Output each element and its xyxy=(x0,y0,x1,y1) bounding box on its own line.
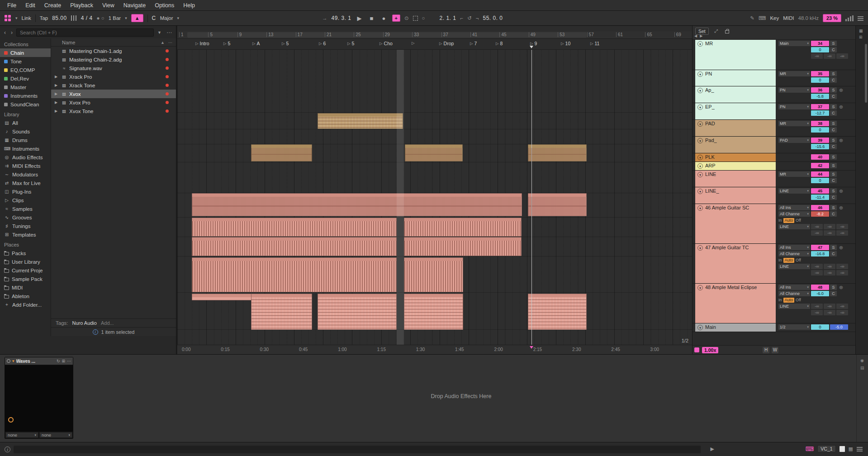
monitor-buttons[interactable]: InAutoOff xyxy=(778,218,810,223)
monitor-auto-button[interactable]: Auto xyxy=(783,258,795,263)
follow-icon[interactable]: → xyxy=(322,15,327,21)
sidebar-item-midi[interactable]: MIDI xyxy=(0,283,51,292)
cue-icon[interactable]: ◎ xyxy=(838,188,844,194)
clip[interactable] xyxy=(404,218,522,237)
send-value[interactable]: -∞ xyxy=(836,224,848,229)
clip[interactable] xyxy=(528,144,587,162)
send-value[interactable]: -∞ xyxy=(811,264,823,269)
track-number[interactable]: 38 xyxy=(811,121,829,126)
clip[interactable] xyxy=(405,144,463,162)
clip-title-bar[interactable] xyxy=(192,218,396,221)
clip-title-bar[interactable] xyxy=(192,294,251,297)
clip[interactable] xyxy=(318,294,397,330)
menu-file[interactable]: File xyxy=(3,1,21,10)
clip[interactable] xyxy=(251,294,312,330)
solo-button[interactable]: S xyxy=(830,285,837,290)
device-view-icon[interactable]: ◉ xyxy=(860,358,864,363)
routing-select[interactable]: MR▾ xyxy=(778,71,810,76)
locator-flag[interactable]: ▷ xyxy=(412,41,416,45)
send-value[interactable]: -∞ xyxy=(836,230,848,236)
track-fold-icon[interactable]: ▾ xyxy=(697,205,703,211)
track-line[interactable]: ▾LINEMR▾44S0C xyxy=(693,171,855,187)
sidebar-item-instruments[interactable]: ⌨Instruments xyxy=(0,144,51,153)
right-scroll-strip[interactable]: ▦ ⊞ xyxy=(855,26,868,354)
clip-title-bar[interactable] xyxy=(404,238,521,241)
locator-flag[interactable]: ▷7 xyxy=(470,41,477,46)
send-value[interactable]: -∞ xyxy=(824,53,835,59)
monitor-auto-button[interactable]: Auto xyxy=(783,298,795,303)
clip-title-bar[interactable] xyxy=(405,145,462,148)
expand-icon[interactable]: ▶ xyxy=(55,75,59,79)
tempo-field[interactable]: 85.00 xyxy=(52,15,67,21)
punch-out-icon[interactable]: ¬ xyxy=(476,15,479,21)
track-number[interactable]: 37 xyxy=(811,104,829,109)
send-value[interactable]: -∞ xyxy=(811,230,823,236)
clip-title-bar[interactable] xyxy=(528,194,586,197)
track-number[interactable]: 46 xyxy=(811,205,829,210)
track-number[interactable]: 40 xyxy=(811,154,829,160)
routing-select[interactable]: MR▾ xyxy=(778,171,810,177)
routing-select[interactable]: LINE▾ xyxy=(778,304,810,309)
clip-title-bar[interactable] xyxy=(318,114,403,117)
track-header[interactable]: ▾ARP xyxy=(695,162,776,170)
clip[interactable] xyxy=(528,193,587,216)
track-fold-icon[interactable]: ▾ xyxy=(697,163,703,169)
sidebar-item-instruments[interactable]: Instruments xyxy=(0,91,51,100)
sidebar-item-grooves[interactable]: ∿Grooves xyxy=(0,213,51,222)
clip-title-bar[interactable] xyxy=(192,238,396,241)
monitor-off-button[interactable]: Off xyxy=(796,297,801,303)
locator-flag[interactable]: ▷11 xyxy=(590,41,599,46)
file-list-header[interactable]: Name ▲⋯ xyxy=(51,38,176,47)
solo-button[interactable]: S xyxy=(830,171,837,177)
track-header[interactable]: ▾Pad_ xyxy=(695,137,776,153)
clip-title-bar[interactable] xyxy=(528,145,586,148)
midi-keyboard-icon[interactable]: ⌨ xyxy=(806,446,814,452)
track-48-ample-metal-eclipse[interactable]: ▾48 Ample Metal EclipseAll Ins▾48S◎All C… xyxy=(693,284,855,323)
routing-select[interactable]: 1/2▾ xyxy=(778,324,810,330)
sidebar-item-samples[interactable]: ≈Samples xyxy=(0,204,51,213)
record-button[interactable]: ● xyxy=(380,15,388,22)
track-pad[interactable]: ▾Pad_PAD▾39S◎-15.6C xyxy=(693,137,855,153)
track-number[interactable]: 36 xyxy=(811,87,829,93)
width-zoom-button[interactable]: W xyxy=(772,347,778,353)
track-ep[interactable]: ▾EP_PN▾37S◎-12.7C xyxy=(693,103,855,120)
sidebar-item-sample-pack[interactable]: Sample Pack xyxy=(0,275,51,283)
track-plk[interactable]: ▾PLK40S xyxy=(693,153,855,162)
cue-icon[interactable]: ◎ xyxy=(838,138,844,143)
clip-view-icon[interactable]: ▤ xyxy=(860,366,864,370)
clip-title-bar[interactable] xyxy=(404,258,463,261)
time-signature-field[interactable]: 4 / 4 xyxy=(81,15,93,21)
monitor-in-button[interactable]: In xyxy=(778,297,782,303)
groove-amount-icons[interactable]: ● ○ xyxy=(97,15,104,21)
crossfade-button[interactable]: C xyxy=(830,77,837,83)
crossfade-button[interactable]: C xyxy=(830,251,837,256)
track-number[interactable]: 47 xyxy=(811,245,829,250)
loop-icon[interactable]: ↺ xyxy=(467,15,472,21)
send-value[interactable]: -∞ xyxy=(836,264,848,269)
push-logo-icon[interactable] xyxy=(5,15,11,22)
locator-flag[interactable]: ▷6 xyxy=(319,41,326,46)
sidebar-item-ableton[interactable]: Ableton xyxy=(0,292,51,300)
scale-caret-icon[interactable]: ▾ xyxy=(177,16,180,20)
monitor-in-button[interactable]: In xyxy=(778,218,782,223)
info-view-icon[interactable]: i xyxy=(5,446,10,452)
volume-value[interactable]: 0 xyxy=(811,127,829,133)
track-header[interactable]: ▾LINE xyxy=(695,171,776,187)
volume-value[interactable]: -12.7 xyxy=(811,110,829,116)
locator-row[interactable]: ▷Intro▷5▷A▷5▷6▷5▷Cho▷▷Drop▷7▷8▷9▷10▷11 xyxy=(177,39,692,50)
locator-flag[interactable]: ▷5 xyxy=(347,41,354,46)
clip-title-bar[interactable] xyxy=(251,294,312,297)
track-number[interactable]: 35 xyxy=(811,71,829,76)
sidebar-item-chain[interactable]: Chain xyxy=(0,48,51,57)
time-ruler[interactable]: 0:000:150:300:451:001:151:301:452:002:15… xyxy=(177,345,692,354)
menu-playback[interactable]: Playback xyxy=(66,1,98,10)
sidebar-item-user-library[interactable]: User Library xyxy=(0,257,51,266)
track-header[interactable]: ▾48 Ample Metal Eclipse xyxy=(695,284,776,323)
height-zoom-button[interactable]: H xyxy=(763,347,769,353)
track-fold-icon[interactable]: ▾ xyxy=(697,285,703,290)
volume-value[interactable]: 0 xyxy=(811,47,829,52)
routing-select[interactable]: All Channe▾ xyxy=(778,251,810,256)
loop-start-field[interactable]: 2. 1. 1 xyxy=(440,15,456,21)
sidebar-item-midi-effects[interactable]: ⇉MIDI Effects xyxy=(0,162,51,170)
cue-icon[interactable]: ◎ xyxy=(838,285,844,290)
